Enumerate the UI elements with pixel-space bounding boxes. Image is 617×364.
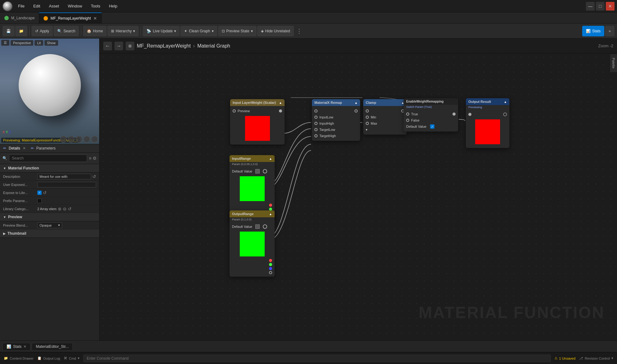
section-preview[interactable]: ▼ Preview — [0, 213, 99, 221]
blend-dropdown[interactable]: Opaque ▾ — [37, 222, 62, 228]
folder-button[interactable]: 📁 — [15, 26, 27, 36]
breadcrumb-item-1[interactable]: MF_RemapLayerWeight — [137, 43, 191, 49]
save-button[interactable]: 💾 — [2, 26, 15, 36]
node-output-result[interactable]: Output Result ▲ Previewing — [466, 98, 509, 148]
preview-state-button[interactable]: ⊡ Preview State ▾ — [218, 26, 257, 36]
revision-control-button[interactable]: ⎇ Revision Control ▾ — [579, 356, 613, 360]
node-collapse-output[interactable]: ▲ — [504, 100, 507, 104]
hide-unrelated-button[interactable]: ◈ Hide Unrelated — [257, 26, 294, 36]
expand-toolbar-button[interactable]: » — [605, 26, 615, 36]
home-button[interactable]: 🏠 Home — [83, 26, 107, 36]
apply-icon: ↺ — [35, 29, 38, 33]
node-collapse-remap[interactable]: ▲ — [355, 101, 358, 104]
tab-remap-close[interactable]: ✕ — [93, 16, 97, 21]
viewport-lit-button[interactable]: Lit — [35, 40, 43, 46]
clean-graph-button[interactable]: ✦ Clean Graph ▾ — [180, 26, 217, 36]
list-view-button[interactable]: ≡ — [89, 156, 91, 161]
node-subtitle-outputrange: Param (0,1,0.0) — [230, 217, 275, 222]
prefix-blackbox[interactable] — [37, 199, 42, 203]
user-exposed-input[interactable] — [37, 182, 96, 187]
section-arrow-thumbnail: ▶ — [3, 232, 6, 235]
menu-asset[interactable]: Asset — [47, 2, 61, 10]
details-close[interactable]: ✕ — [23, 146, 26, 150]
breadcrumb: MF_RemapLayerWeight › Material Graph — [137, 43, 230, 49]
viewport-menu-button[interactable]: ☰ — [1, 40, 9, 46]
pin-outputrange-r — [269, 259, 272, 262]
vp-ctrl-3[interactable] — [76, 136, 82, 143]
details-search-input[interactable] — [9, 154, 87, 162]
library-reset[interactable]: ↺ — [68, 206, 72, 211]
viewport-perspective-button[interactable]: Perspective — [11, 40, 33, 46]
output-log-button[interactable]: 📋 Output Log — [37, 356, 60, 360]
viewport-overlay: ☰ Perspective Lit Show — [0, 39, 99, 47]
palette-tab[interactable]: Palette — [610, 54, 617, 72]
tab-landscape[interactable]: M_Landscape — [0, 12, 39, 23]
tab-details[interactable]: Details — [9, 146, 20, 150]
apply-button[interactable]: ↺ Apply — [31, 26, 53, 36]
node-collapse-input[interactable]: ▲ — [279, 101, 282, 104]
live-update-button[interactable]: 📡 Live Update ▾ — [143, 26, 180, 36]
menu-window[interactable]: Window — [66, 2, 84, 10]
toolbar-sep-1 — [29, 26, 30, 36]
menu-help[interactable]: Help — [107, 2, 119, 10]
tab-parameters[interactable]: Parameters — [36, 146, 56, 150]
node-body-remap: InputLow InputHigh TargetLow TargetHigh — [312, 106, 360, 141]
expose-reset[interactable]: ↺ — [43, 190, 47, 195]
stats-button[interactable]: 📊 Stats — [582, 26, 604, 36]
node-clamp[interactable]: Clamp ▲ Min Max ▾ — [363, 99, 407, 135]
tab-material-editor[interactable]: MaterialEditor_Str... — [32, 343, 72, 350]
expand-icon[interactable]: ▾ — [366, 128, 368, 132]
toolbar-sep-3 — [141, 26, 141, 36]
node-preview-output — [475, 119, 500, 144]
cmd-button[interactable]: ⌘ Cmd ▾ — [64, 356, 79, 360]
node-pin-remap-out — [355, 109, 358, 113]
cmd-chevron: ▾ — [78, 356, 80, 360]
node-pin-min — [366, 116, 369, 119]
vp-ctrl-1[interactable] — [60, 136, 67, 143]
graph-area[interactable]: ← → ⊞ MF_RemapLayerWeight › Material Gra… — [100, 39, 617, 340]
tab-remap[interactable]: MF_RemapLayerWeight ✕ — [39, 12, 102, 23]
maximize-button[interactable]: □ — [596, 2, 605, 11]
nav-back-button[interactable]: ← — [103, 42, 112, 50]
vp-ctrl-5[interactable] — [91, 136, 98, 143]
menu-file[interactable]: File — [16, 2, 26, 10]
vp-ctrl-2[interactable] — [68, 136, 75, 143]
hierarchy-button[interactable]: ⊞ Hierarchy ▾ — [107, 26, 139, 36]
enable-checkbox[interactable]: ✓ — [430, 124, 434, 129]
tab-bar: M_Landscape MF_RemapLayerWeight ✕ — [0, 12, 617, 24]
viewport-sphere — [19, 54, 81, 116]
menu-edit[interactable]: Edit — [31, 2, 42, 10]
array-remove-button[interactable]: ⊖ — [63, 206, 67, 211]
filter-button[interactable]: ⚙ — [93, 156, 97, 161]
array-add-button[interactable]: ⊕ — [58, 206, 62, 211]
content-drawer-button[interactable]: 📁 Content Drawer — [4, 356, 34, 360]
minimize-button[interactable]: — — [586, 2, 595, 11]
node-collapse-outputrange[interactable]: ▲ — [269, 212, 272, 216]
clean-graph-icon: ✦ — [184, 29, 187, 33]
tab-stats[interactable]: 📊 Stats ✕ — [2, 343, 30, 350]
node-subtitle-output: Previewing — [466, 105, 509, 109]
node-collapse-inputrange[interactable]: ▲ — [269, 157, 272, 160]
console-input[interactable] — [83, 355, 551, 362]
node-materialx-remap[interactable]: MaterialX Remap ▲ InputLow InputHigh — [312, 99, 360, 141]
nav-forward-button[interactable]: → — [114, 42, 123, 50]
toolbar-more-button[interactable]: ⋮ — [295, 28, 304, 35]
close-button[interactable]: ✕ — [606, 2, 615, 11]
section-thumbnail[interactable]: ▶ Thumbnail — [0, 229, 99, 238]
viewport-show-button[interactable]: Show — [44, 40, 58, 46]
stats-tab-close[interactable]: ✕ — [23, 344, 26, 349]
description-input[interactable] — [37, 174, 91, 179]
node-enable-weight[interactable]: EnableWeightRemapping Switch Param (True… — [404, 98, 458, 131]
node-row-min: Min — [363, 114, 407, 120]
menu-tools[interactable]: Tools — [89, 2, 102, 10]
node-input-layer-weight[interactable]: Input LayerWeight (Scalar) ▲ Preview — [230, 99, 285, 145]
expose-checkbox[interactable]: ✓ — [37, 191, 42, 195]
search-button[interactable]: 🔍 Search — [53, 26, 79, 36]
node-header-remap: MaterialX Remap ▲ — [312, 99, 360, 106]
vp-ctrl-4[interactable] — [83, 136, 90, 143]
node-output-range[interactable]: OutputRange ▲ Param (0,1,0.0) Default Va… — [230, 210, 275, 277]
node-pin-targetlow — [314, 128, 318, 131]
section-material-function[interactable]: ▼ Material Function — [0, 164, 99, 173]
description-reset[interactable]: ↺ — [92, 174, 96, 179]
graph-expand-button[interactable]: ⊞ — [126, 42, 134, 50]
